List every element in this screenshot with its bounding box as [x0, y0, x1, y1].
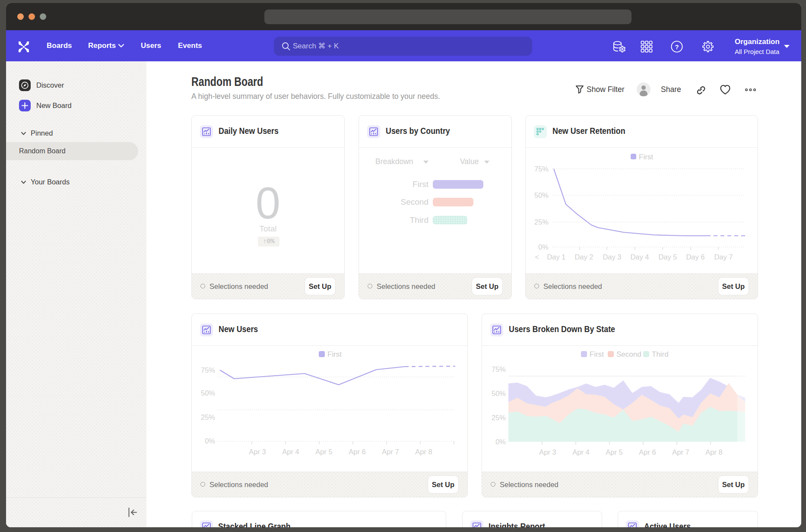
svg-text:Apr 6: Apr 6: [639, 448, 656, 456]
svg-text:0%: 0%: [495, 438, 506, 446]
svg-text:Apr 3: Apr 3: [249, 448, 266, 456]
svg-text:0%: 0%: [538, 243, 549, 251]
svg-text:Third: Third: [652, 350, 669, 358]
svg-text:Second: Second: [616, 350, 641, 358]
svg-text:Day 3: Day 3: [603, 253, 621, 261]
svg-text:25%: 25%: [534, 218, 549, 226]
svg-text:50%: 50%: [201, 389, 215, 397]
svg-text:Apr 3: Apr 3: [539, 448, 556, 456]
svg-text:<: <: [535, 253, 539, 261]
svg-text:?: ?: [675, 43, 679, 51]
svg-text:75%: 75%: [201, 366, 215, 374]
svg-text:Apr 4: Apr 4: [282, 448, 299, 456]
svg-text:First: First: [327, 350, 342, 358]
svg-text:75%: 75%: [492, 365, 506, 373]
svg-text:Apr 8: Apr 8: [415, 448, 432, 456]
svg-text:Day 5: Day 5: [658, 253, 677, 261]
svg-text:50%: 50%: [534, 191, 549, 199]
svg-text:Apr 6: Apr 6: [349, 448, 365, 456]
svg-text:50%: 50%: [492, 390, 506, 397]
svg-text:Apr 5: Apr 5: [315, 448, 332, 456]
svg-text:Day 7: Day 7: [714, 253, 733, 261]
svg-text:25%: 25%: [492, 414, 506, 421]
svg-text:Day 1: Day 1: [547, 253, 565, 261]
svg-text:75%: 75%: [534, 165, 549, 173]
svg-text:First: First: [639, 153, 653, 161]
svg-text:Day 4: Day 4: [630, 253, 649, 261]
svg-text:25%: 25%: [201, 413, 215, 421]
svg-text:First: First: [590, 350, 604, 358]
svg-text:Apr 4: Apr 4: [572, 448, 589, 456]
svg-text:Apr 7: Apr 7: [672, 448, 689, 456]
svg-text:Day 6: Day 6: [686, 253, 704, 261]
svg-text:Apr 7: Apr 7: [382, 448, 399, 456]
svg-text:Apr 5: Apr 5: [606, 448, 622, 456]
svg-text:Day 2: Day 2: [574, 253, 593, 261]
svg-text:0%: 0%: [205, 437, 215, 445]
svg-text:Apr 8: Apr 8: [705, 448, 722, 456]
